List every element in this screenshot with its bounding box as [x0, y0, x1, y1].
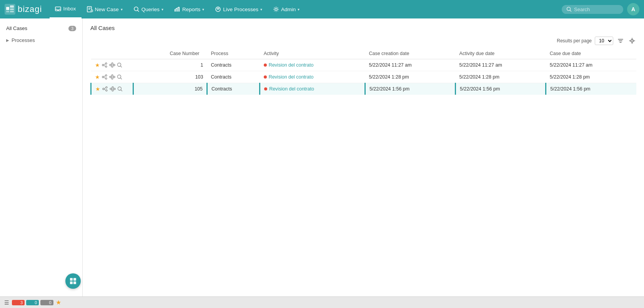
svg-point-20	[102, 64, 104, 66]
nav-inbox[interactable]: Inbox	[50, 0, 81, 18]
svg-line-30	[113, 65, 113, 66]
row-case-creation-date: 5/22/2024 1:28 pm	[365, 71, 455, 83]
live-processes-chevron: ▾	[260, 7, 262, 12]
row-share-icon[interactable]	[102, 74, 108, 80]
row-case-number[interactable]: 103	[133, 71, 207, 83]
table-row[interactable]: ★	[91, 59, 637, 71]
row-search-icon[interactable]	[117, 74, 122, 80]
cases-table: Case Number Process Activity Case creati…	[90, 48, 636, 95]
svg-line-28	[111, 64, 112, 65]
queries-icon	[133, 6, 140, 12]
page-title: All Cases	[90, 25, 636, 31]
logo-text: bizagi	[18, 4, 42, 14]
nav-queries[interactable]: Queries ▾	[128, 0, 169, 18]
nav-admin[interactable]: Admin ▾	[268, 0, 305, 18]
bottom-badge-red[interactable]: 3	[12, 300, 25, 305]
nav-live-processes[interactable]: Live Processes ▾	[210, 0, 268, 18]
view-options-button[interactable]	[628, 37, 636, 45]
row-search-icon[interactable]	[117, 86, 123, 92]
row-process-icon[interactable]	[109, 74, 115, 80]
bottom-badge-teal[interactable]: 0	[26, 300, 39, 305]
row-share-icon[interactable]	[102, 62, 108, 68]
svg-line-36	[104, 76, 105, 77]
row-activity[interactable]: Revision del contrato	[260, 83, 365, 95]
row-actions: ★	[95, 62, 130, 68]
row-process: Contracts	[207, 71, 260, 83]
row-activity-due-date: 5/22/2024 1:28 pm	[456, 71, 546, 83]
sidebar-item-processes[interactable]: ▶ Processes	[0, 34, 82, 46]
search-icon	[566, 7, 572, 12]
processes-expand-icon: ▶	[6, 38, 9, 42]
nav-inbox-label: Inbox	[63, 6, 76, 12]
col-activity-due-date: Activity due date	[456, 48, 546, 59]
col-actions	[91, 48, 133, 59]
row-actions-cell: ★	[91, 71, 133, 83]
view-icon	[629, 38, 635, 44]
search-box[interactable]	[562, 5, 623, 14]
results-per-page-select[interactable]: 10 25 50	[595, 37, 613, 45]
row-activity[interactable]: Revision del contrato	[260, 59, 365, 71]
table-row[interactable]: ★	[91, 71, 637, 83]
row-process-icon[interactable]	[110, 86, 116, 92]
svg-point-21	[105, 66, 107, 67]
row-activity[interactable]: Revision del contrato	[260, 71, 365, 83]
svg-line-50	[104, 88, 106, 89]
svg-point-19	[105, 63, 107, 64]
nav-admin-label: Admin	[281, 7, 296, 12]
cases-table-body: ★	[91, 59, 637, 95]
row-case-due-date: 5/22/2024 11:27 am	[546, 59, 636, 71]
admin-icon	[273, 6, 279, 12]
filter-icon	[617, 38, 624, 44]
nav-new-case[interactable]: New Case ▾	[82, 0, 128, 18]
svg-point-18	[632, 40, 632, 41]
svg-point-26	[113, 64, 115, 66]
top-navigation: bizagi Inbox New Case ▾ Queries ▾	[0, 0, 644, 18]
svg-point-66	[28, 301, 32, 305]
svg-line-23	[104, 65, 105, 66]
table-header: Case Number Process Activity Case creati…	[91, 48, 637, 59]
bottom-menu-icon[interactable]: ☰	[3, 300, 10, 306]
row-share-icon[interactable]	[102, 86, 108, 92]
row-activity-due-date: 5/22/2024 1:56 pm	[456, 83, 546, 95]
svg-point-39	[111, 75, 113, 76]
float-action-icon	[69, 277, 77, 285]
reports-chevron: ▾	[202, 7, 204, 12]
sidebar-item-all-cases[interactable]: All Cases 3	[0, 22, 82, 34]
logo[interactable]: bizagi	[5, 4, 42, 15]
svg-line-44	[113, 77, 113, 78]
admin-chevron: ▾	[298, 7, 300, 12]
badge-teal-icon	[28, 300, 33, 305]
nav-reports[interactable]: Reports ▾	[169, 0, 210, 18]
table-row[interactable]: ★	[91, 83, 637, 95]
live-processes-icon	[215, 6, 221, 12]
row-case-number[interactable]: 105	[133, 83, 207, 95]
svg-point-14	[218, 9, 219, 10]
row-search-icon[interactable]	[117, 62, 122, 68]
svg-point-24	[110, 64, 111, 66]
svg-point-33	[105, 75, 107, 76]
row-case-number[interactable]: 1	[133, 59, 207, 71]
row-star-icon[interactable]: ★	[95, 74, 100, 80]
svg-point-53	[112, 87, 113, 88]
row-star-icon[interactable]: ★	[95, 86, 100, 92]
row-actions: ★	[95, 86, 129, 92]
bottom-badge-gray[interactable]: 0	[40, 300, 53, 305]
queries-chevron: ▾	[161, 7, 163, 12]
filter-button[interactable]	[616, 37, 625, 45]
search-input[interactable]	[574, 7, 616, 12]
float-action-button[interactable]	[65, 273, 81, 289]
col-case-number: Case Number	[133, 48, 207, 59]
new-case-chevron: ▾	[121, 7, 123, 12]
row-star-icon[interactable]: ★	[95, 62, 100, 68]
svg-rect-64	[73, 281, 76, 284]
svg-line-56	[111, 88, 112, 89]
row-process: Contracts	[207, 59, 260, 71]
processes-label: Processes	[12, 37, 35, 43]
bottom-star-icon[interactable]: ★	[56, 299, 61, 306]
avatar[interactable]: A	[627, 3, 639, 15]
row-process-icon[interactable]	[109, 62, 115, 68]
row-case-creation-date: 5/22/2024 11:27 am	[365, 59, 455, 71]
badge-red-icon	[14, 300, 18, 305]
svg-point-41	[111, 78, 113, 79]
svg-line-51	[104, 89, 106, 90]
